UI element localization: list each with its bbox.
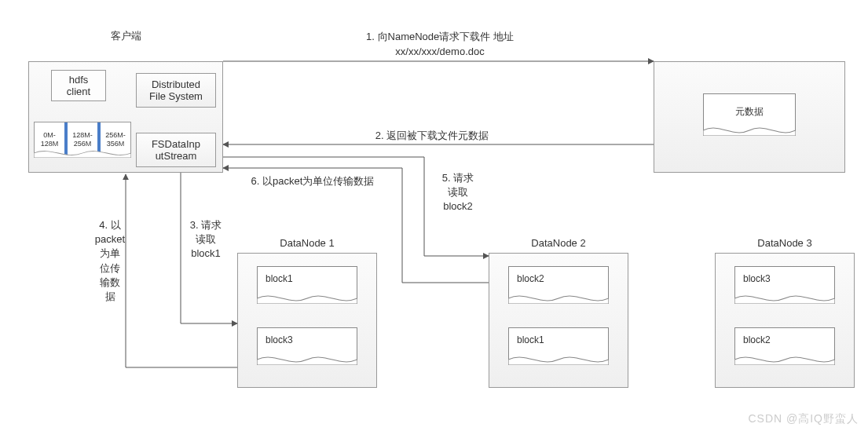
- dn3-container: block3 block2: [715, 253, 855, 388]
- watermark: CSDN @高IQ野蛮人: [748, 412, 859, 426]
- client-title: 客户端: [47, 29, 204, 43]
- dn1-block1-label: block1: [266, 273, 293, 284]
- metadata-doc: 元数据: [703, 93, 796, 136]
- dn2-block1-label: block2: [517, 273, 544, 284]
- dn1-block2-label: block3: [266, 334, 293, 345]
- dn2-block1: block2: [508, 266, 609, 304]
- step2-label: 2. 返回被下载文件元数据: [330, 129, 534, 143]
- dn3-block2: block2: [734, 327, 835, 365]
- step1-path: xx/xx/xxx/demo.doc: [298, 46, 581, 57]
- namenode-container: 元数据: [654, 61, 845, 173]
- step6-label: 6. 以packet为单位传输数据: [226, 174, 399, 188]
- step3-label: 3. 请求 读取 block1: [182, 218, 229, 261]
- dn3-block1: block3: [734, 266, 835, 304]
- dn3-block1-label: block3: [743, 273, 771, 284]
- step4-label: 4. 以 packet 为单 位传 输数 据: [88, 218, 132, 304]
- dn1-title: DataNode 1: [237, 237, 377, 249]
- client-container: hdfs client Distributed File System FSDa…: [28, 61, 223, 173]
- dn2-block2: block1: [508, 327, 609, 365]
- dn3-title: DataNode 3: [715, 237, 855, 249]
- dn2-container: block2 block1: [489, 253, 628, 388]
- dn1-block2: block3: [257, 327, 357, 365]
- dfs-box: Distributed File System: [136, 73, 216, 108]
- dn1-container: block1 block3: [237, 253, 377, 388]
- dn1-block1: block1: [257, 266, 357, 304]
- dn3-block2-label: block2: [743, 334, 771, 345]
- range-doc: 0M- 128M 128M- 256M 256M- 356M: [34, 122, 131, 158]
- hdfs-client-box: hdfs client: [51, 70, 106, 101]
- step1-label: 1. 向NameNode请求下载件 地址: [298, 30, 581, 44]
- dn2-title: DataNode 2: [489, 237, 628, 249]
- dn2-block2-label: block1: [517, 334, 544, 345]
- metadata-label: 元数据: [735, 106, 764, 117]
- step5-label: 5. 请求 读取 block2: [430, 171, 485, 214]
- fsdatainputstream-box: FSDataInp utStream: [136, 133, 216, 167]
